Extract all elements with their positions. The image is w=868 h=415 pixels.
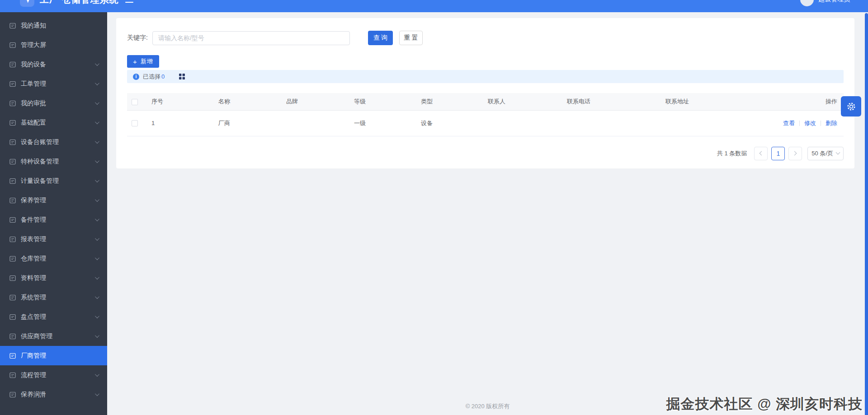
username: 超级管理员: [818, 0, 850, 4]
selection-text: 已选择0: [143, 73, 165, 81]
column-header: 品牌: [282, 93, 349, 110]
sidebar-item[interactable]: 备件管理: [0, 210, 107, 229]
sidebar-item-label: 系统管理: [21, 294, 95, 302]
sidebar-item[interactable]: 工单管理: [0, 74, 107, 93]
sidebar-item[interactable]: 厂商管理: [0, 346, 107, 365]
selection-count: 0: [161, 73, 165, 80]
delete-link[interactable]: 删除: [826, 120, 837, 126]
chevron-down-icon: [95, 81, 99, 85]
page-size-value: 50 条/页: [811, 149, 833, 158]
document-icon: [9, 197, 16, 204]
document-icon: [9, 275, 16, 281]
chevron-down-icon: [95, 61, 99, 66]
gear-icon: [846, 102, 856, 112]
sidebar-item[interactable]: 资料管理: [0, 268, 107, 288]
table-header-row: 序号名称品牌等级类型联系人联系电话联系地址操作: [127, 93, 844, 110]
sidebar-item-label: 盘点管理: [21, 313, 95, 321]
cell-name: 厂商: [214, 110, 282, 136]
settings-fab-button[interactable]: [841, 96, 861, 117]
page-number-button[interactable]: 1: [771, 147, 785, 160]
grid-icon[interactable]: [179, 74, 185, 79]
sidebar-item[interactable]: 流程管理: [0, 365, 107, 385]
document-icon: [9, 120, 16, 126]
hamburger-icon[interactable]: [125, 0, 133, 3]
add-button[interactable]: + 新增: [127, 55, 159, 68]
total-count: 共 1 条数据: [717, 149, 747, 158]
plus-icon: +: [133, 58, 137, 65]
sidebar-item[interactable]: 我的通知: [0, 16, 107, 35]
sidebar-item[interactable]: 供应商管理: [0, 326, 107, 346]
document-icon: [9, 294, 16, 301]
sidebar-item-label: 特种设备管理: [21, 158, 95, 166]
pagination: 共 1 条数据 1 50 条/页: [127, 147, 844, 160]
search-button[interactable]: 查询: [368, 31, 393, 45]
paper-plane-logo-icon: [20, 0, 34, 7]
cell-brand: [282, 110, 349, 136]
document-icon: [9, 333, 16, 340]
sidebar-item[interactable]: 我的审批: [0, 93, 107, 113]
sidebar-item-label: 管理大屏: [21, 41, 95, 49]
sidebar: 我的通知 管理大屏: [0, 12, 107, 415]
sidebar-item-label: 厂商管理: [21, 352, 95, 360]
prev-page-button[interactable]: [754, 147, 768, 160]
chevron-down-icon: [95, 275, 99, 280]
column-header: 联系人: [483, 93, 562, 110]
sidebar-item[interactable]: 仓库管理: [0, 249, 107, 268]
column-header: 类型: [416, 93, 483, 110]
chevron-down-icon: [95, 217, 99, 221]
document-icon: [9, 61, 16, 68]
keyword-label: 关键字:: [127, 34, 148, 42]
scrollbar-thumb[interactable]: [865, 13, 868, 415]
column-header: 名称: [214, 93, 282, 110]
sidebar-item[interactable]: 特种设备管理: [0, 152, 107, 171]
sidebar-item[interactable]: 管理大屏: [0, 35, 107, 55]
document-icon: [9, 139, 16, 145]
main-content: 关键字: 查询 重置 + 新增 i 已选择0: [107, 12, 868, 415]
sidebar-item-label: 计量设备管理: [21, 177, 95, 185]
chevron-left-icon: [760, 151, 764, 156]
sidebar-item[interactable]: 我的设备: [0, 55, 107, 74]
sidebar-item[interactable]: 保养润滑: [0, 385, 107, 404]
column-header: 序号: [147, 93, 214, 110]
view-link[interactable]: 查看: [783, 120, 795, 126]
sidebar-item-label: 保养润滑: [21, 391, 95, 399]
sidebar-item-label: 我的设备: [21, 61, 95, 69]
sidebar-item-label: 设备台账管理: [21, 138, 95, 146]
sidebar-item-label: 流程管理: [21, 371, 95, 379]
sidebar-item-label: 基础配置: [21, 119, 95, 127]
sidebar-item[interactable]: 保养管理: [0, 191, 107, 210]
cell-seq: 1: [147, 110, 214, 136]
page-size-select[interactable]: 50 条/页: [807, 147, 844, 160]
sidebar-item[interactable]: 设备台账管理: [0, 132, 107, 152]
user-info[interactable]: 超级管理员: [800, 0, 850, 6]
document-icon: [9, 159, 16, 165]
document-icon: [9, 42, 16, 48]
sidebar-item[interactable]: 盘点管理: [0, 307, 107, 326]
sidebar-item-label: 资料管理: [21, 274, 95, 282]
sidebar-item[interactable]: 基础配置: [0, 113, 107, 132]
chevron-down-icon: [95, 372, 99, 377]
document-icon: [9, 392, 16, 398]
sidebar-item[interactable]: 报表管理: [0, 229, 107, 249]
next-page-button[interactable]: [788, 147, 802, 160]
sidebar-item[interactable]: 系统管理: [0, 288, 107, 307]
content-card: 关键字: 查询 重置 + 新增 i 已选择0: [116, 18, 854, 168]
document-icon: [9, 372, 16, 378]
edit-link[interactable]: 修改: [804, 120, 816, 126]
chevron-down-icon: [95, 159, 99, 163]
sidebar-item-label: 仓库管理: [21, 255, 95, 263]
select-all-checkbox[interactable]: [132, 99, 138, 105]
chevron-down-icon: [95, 294, 99, 299]
column-header: 等级: [349, 93, 416, 110]
table-row: 1 厂商 一级 设备 查看修改删除: [127, 110, 844, 136]
cell-phone: [562, 110, 661, 136]
sidebar-item-label: 备件管理: [21, 216, 95, 224]
chevron-down-icon: [95, 100, 99, 105]
sidebar-item[interactable]: 计量设备管理: [0, 171, 107, 191]
column-header: 操作: [778, 93, 844, 110]
keyword-input[interactable]: [152, 31, 350, 45]
document-icon: [9, 217, 16, 223]
reset-button[interactable]: 重置: [399, 31, 423, 45]
row-checkbox[interactable]: [132, 120, 138, 126]
sidebar-item-label: 保养管理: [21, 196, 95, 205]
